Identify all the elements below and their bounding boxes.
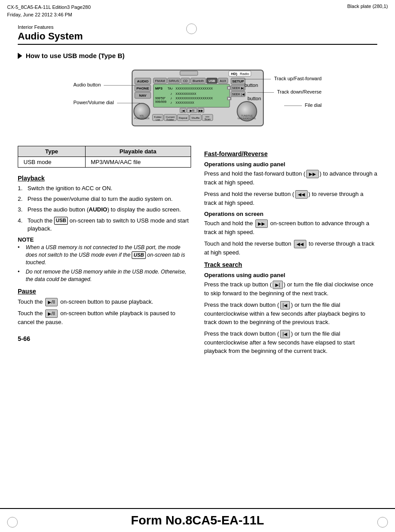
svg-text:♪: ♪ [170, 92, 172, 96]
svg-text:USB: USB [208, 79, 215, 82]
svg-text:♪: ♪ [170, 101, 172, 105]
svg-text:SEEK ▶|: SEEK ▶| [232, 86, 244, 90]
table-row: USB mode MP3/WMA/AAC file [18, 157, 191, 168]
rev-btn[interactable]: ◀◀ [295, 190, 308, 199]
svg-text:HD): HD) [231, 72, 238, 76]
track-search-heading: Track search [204, 261, 378, 268]
svg-text:List: List [156, 118, 160, 121]
header-line1: CX-5_8CA5-EA-11L Edition3 Page280 [7, 4, 91, 11]
ff-screen-heading: Operations on screen [204, 211, 378, 217]
subsection-heading-text: How to use USB mode (Type B) [26, 52, 125, 59]
note-bullet-2: Do not remove the USB memory while in th… [18, 268, 191, 283]
ts-text1: Press the track up button (▶|) or turn t… [204, 280, 378, 298]
playback-heading: Playback [18, 175, 191, 182]
ff-screen-text2: Touch and hold the reverse button ◀◀ to … [204, 239, 378, 257]
svg-rect-3 [180, 71, 198, 75]
svg-text:▶: ▶ [228, 97, 230, 100]
play-pause-btn-1[interactable]: ▶/II [45, 298, 58, 306]
svg-text:Shuffle: Shuffle [191, 117, 199, 119]
ff-panel-text1: Press and hold the fast-forward button (… [204, 169, 378, 187]
step-1: 1. Switch the ignition to ACC or ON. [18, 184, 191, 192]
svg-text:NAV AUDIO CTRL: NAV AUDIO CTRL [238, 117, 256, 120]
ff-btn[interactable]: ▶▶ [306, 170, 319, 178]
footer-text: Form No.8CA5-EA-11L [131, 513, 264, 528]
ff-screen-text1: Touch and hold the ▶▶ on-screen button t… [204, 219, 378, 237]
svg-text:|◀: |◀ [181, 109, 185, 113]
reg-mark-top [186, 23, 197, 34]
section-title: Audio System [18, 31, 377, 45]
ff-panel-text2: Press and hold the reverse button (◀◀) t… [204, 190, 378, 207]
svg-text:XXXXXXXXX: XXXXXXXXX [176, 101, 194, 104]
page-header: CX-5_8CA5-EA-11L Edition3 Page280 Friday… [0, 0, 395, 20]
header-right: Black plate (280,1) [347, 4, 388, 9]
track-down-btn-1[interactable]: |◀ [280, 301, 290, 309]
svg-text:▶: ▶ [228, 86, 230, 89]
callout-track-up: Track up/Fast-forwardbutton [244, 75, 321, 89]
svg-text:CD: CD [183, 79, 187, 82]
svg-text:♪: ♪ [170, 96, 172, 100]
table-header-type: Type [18, 146, 86, 157]
footer-reg-left [7, 517, 18, 528]
header-left: CX-5_8CA5-EA-11L Edition3 Page280 Friday… [7, 4, 91, 18]
note-bullet-1: When a USB memory is not connected to th… [18, 244, 191, 266]
svg-text:MP3: MP3 [155, 86, 163, 90]
svg-text:SETUP: SETUP [232, 79, 244, 83]
svg-text:SIRIUS: SIRIUS [168, 79, 179, 82]
callout-file-dial: File dial [284, 102, 322, 109]
table-cell-type: USB mode [18, 157, 86, 168]
svg-text:XXXXXXXXXXXXXXXXXX: XXXXXXXXXXXXXXXXXX [176, 87, 213, 90]
svg-text:999'59": 999'59" [155, 97, 166, 100]
table-cell-data: MP3/WMA/AAC file [85, 157, 191, 168]
track-down-btn-2[interactable]: |◀ [280, 330, 290, 338]
usb-key: USB [54, 217, 68, 224]
svg-text:Folder: Folder [166, 118, 174, 121]
main-content: Interior Features Audio System How to us… [0, 20, 395, 367]
svg-text:▶/II: ▶/II [189, 109, 194, 112]
note-heading: NOTE [18, 236, 191, 243]
subsection-heading: How to use USB mode (Type B) [18, 52, 377, 59]
page-number: 5-66 [18, 335, 191, 342]
callout-power-volume: Power/Volume dial [74, 99, 140, 106]
rev-screen-btn[interactable]: ◀◀ [294, 240, 306, 248]
ts-text2: Press the track down button (|◀) or turn… [204, 301, 378, 327]
track-up-btn[interactable]: ▶| [273, 281, 283, 289]
ff-screen-btn[interactable]: ▶▶ [255, 219, 268, 228]
pause-text2: Touch the ▶/II on-screen button while pl… [18, 309, 191, 327]
svg-text:▶▶: ▶▶ [199, 109, 203, 112]
section-label: Interior Features [18, 24, 377, 30]
ts-text3: Press the track down button (|◀) or turn… [204, 329, 378, 356]
callout-track-down: Track down/Reversebutton [247, 89, 321, 102]
svg-text:XXXXXXXXXXXXXXXXXX: XXXXXXXXXXXXXXXXXX [176, 97, 213, 100]
step-3: 3. Press the audio button (AUDIO) to dis… [18, 206, 191, 214]
ts-panel-heading: Operations using audio panel [204, 272, 378, 278]
ff-panel-heading: Operations using audio panel [204, 161, 378, 168]
callout-audio-button: Audio button [74, 82, 135, 88]
arrow-icon [18, 53, 22, 59]
svg-text:♪: ♪ [171, 86, 173, 90]
svg-text:PUSH POWER: PUSH POWER [134, 117, 149, 120]
svg-text:SEEK |◀: SEEK |◀ [232, 93, 244, 96]
svg-text:XXXXXXXXXX: XXXXXXXXXX [176, 92, 196, 95]
fast-forward-heading: Fast-forward/Reverse [204, 150, 378, 157]
step-4: 4. Touch the USB on-screen tab to switch… [18, 217, 191, 233]
right-column: Fast-forward/Reverse Operations using au… [204, 146, 378, 358]
page-footer: Form No.8CA5-EA-11L [0, 508, 395, 532]
header-line2: Friday, June 22 2012 3:46 PM [7, 11, 91, 19]
playback-steps: 1. Switch the ignition to ACC or ON. 2. … [18, 184, 191, 233]
left-column: Type Playable data USB mode MP3/WMA/AAC … [18, 146, 191, 358]
usb-key-inline: USB [132, 251, 145, 259]
playable-data-table: Type Playable data USB mode MP3/WMA/AAC … [18, 146, 191, 168]
audio-key: AUDIO [89, 206, 107, 213]
footer-reg-right [377, 517, 388, 528]
svg-text:AUDIO: AUDIO [137, 79, 149, 83]
step-2: 2. Press the power/volume dial to turn t… [18, 195, 191, 203]
two-column-layout: Type Playable data USB mode MP3/WMA/AAC … [18, 146, 377, 358]
note-bullets: When a USB memory is not connected to th… [18, 244, 191, 283]
table-header-playable: Playable data [85, 146, 191, 157]
svg-text:AUX: AUX [219, 79, 226, 82]
diagram-inner: Audio button Power/Volume dial HD) Radio [74, 69, 322, 128]
svg-text:PHONE: PHONE [136, 86, 149, 90]
play-pause-btn-2[interactable]: ▶/II [45, 309, 58, 318]
pause-heading: Pause [18, 288, 191, 295]
svg-text:Bluetoth: Bluetoth [192, 79, 204, 82]
